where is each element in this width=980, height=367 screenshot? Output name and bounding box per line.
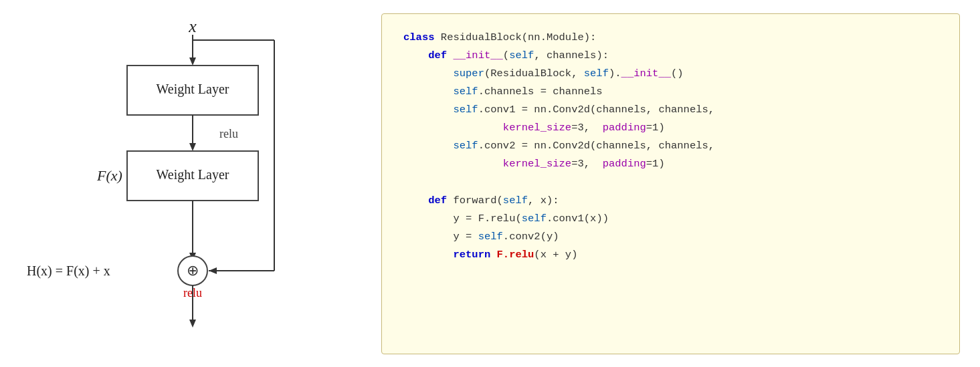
svg-text:x: x	[188, 17, 197, 36]
hx-label: H(x) = F(x) + x	[27, 263, 110, 279]
code-line-7: self.conv2 = nn.Conv2d(channels, channel…	[403, 137, 938, 155]
code-line-1: class ResidualBlock(nn.Module):	[403, 29, 938, 47]
residual-block-diagram: x Weight Layer relu Weight Layer F(x)	[20, 13, 341, 354]
weight-layer-2-label: Weight Layer	[157, 167, 229, 182]
svg-marker-16	[209, 267, 217, 274]
weight-layer-1-label: Weight Layer	[157, 82, 229, 97]
fx-label: F(x)	[96, 167, 122, 184]
code-line-9	[403, 174, 938, 192]
svg-marker-12	[189, 320, 196, 328]
code-line-11: y = F.relu(self.conv1(x))	[403, 210, 938, 228]
svg-marker-5	[189, 143, 196, 151]
code-line-13: return F.relu(x + y)	[403, 246, 938, 264]
code-line-2: def __init__(self, channels):	[403, 47, 938, 65]
code-line-6: kernel_size=3, padding=1)	[403, 119, 938, 137]
svg-text:⊕: ⊕	[187, 262, 199, 279]
code-line-3: super(ResidualBlock, self).__init__()	[403, 65, 938, 83]
code-line-12: y = self.conv2(y)	[403, 228, 938, 246]
code-line-4: self.channels = channels	[403, 83, 938, 101]
code-panel: class ResidualBlock(nn.Module): def __in…	[381, 13, 960, 354]
main-container: x Weight Layer relu Weight Layer F(x)	[0, 0, 980, 367]
svg-marker-2	[189, 57, 196, 66]
code-line-5: self.conv1 = nn.Conv2d(channels, channel…	[403, 101, 938, 119]
relu-label-1: relu	[219, 127, 238, 140]
code-line-8: kernel_size=3, padding=1)	[403, 155, 938, 173]
code-line-10: def forward(self, x):	[403, 192, 938, 210]
